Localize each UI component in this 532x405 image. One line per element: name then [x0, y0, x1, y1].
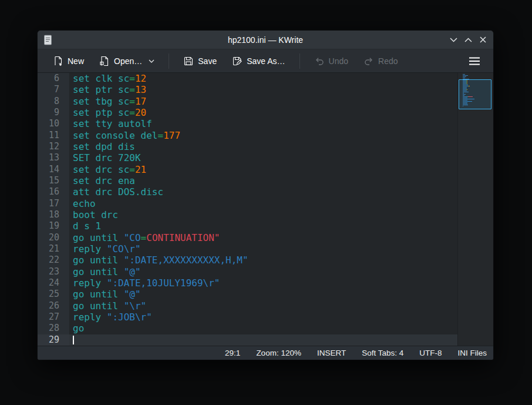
line-number: 11 — [38, 130, 69, 141]
editor-line-18[interactable]: 18boot drc — [38, 209, 457, 220]
line-text: set ptr sc=13 — [69, 84, 457, 95]
redo-button[interactable]: Redo — [359, 53, 402, 69]
editor-line-24[interactable]: 24reply ":DATE,10JULY1969\r" — [38, 277, 457, 289]
save-as-button-label: Save As… — [247, 56, 285, 66]
line-number: 24 — [38, 277, 69, 289]
save-button[interactable]: Save — [179, 53, 221, 69]
close-icon — [480, 36, 486, 43]
line-text: go until "\r" — [69, 300, 457, 312]
minimap-view-rectangle[interactable] — [459, 79, 491, 109]
editor-line-8[interactable]: 8set tbg sc=17 — [38, 96, 457, 107]
line-number: 22 — [38, 255, 69, 266]
open-button[interactable]: Open… — [95, 53, 159, 69]
editor-line-6[interactable]: 6set clk sc=12 — [38, 73, 457, 84]
undo-button-label: Undo — [329, 56, 348, 66]
editor-line-26[interactable]: 26go until "\r" — [38, 300, 457, 312]
editor-lines[interactable]: 6set clk sc=127set ptr sc=138set tbg sc=… — [38, 73, 457, 346]
save-icon — [183, 56, 194, 66]
window-title: hp2100.ini — KWrite — [38, 35, 493, 45]
statusbar-zoom-level[interactable]: Zoom: 120% — [256, 349, 301, 357]
line-text: go until ":DATE,XXXXXXXXXX,H,M" — [69, 255, 457, 266]
hamburger-menu-icon — [469, 57, 480, 65]
kwrite-app-icon — [43, 34, 53, 46]
line-text: set drc ena — [69, 175, 457, 186]
line-text: go until "@" — [69, 289, 457, 300]
line-number: 26 — [38, 300, 69, 312]
editor-line-7[interactable]: 7set ptr sc=13 — [38, 84, 457, 95]
line-number: 13 — [38, 152, 69, 163]
editor-line-15[interactable]: 15set drc ena — [38, 175, 457, 186]
line-text: go until "CO=CONTINUATION" — [69, 232, 457, 243]
editor-line-10[interactable]: 10set tty autolf — [38, 118, 457, 129]
toolbar: New Open… Save — [38, 49, 493, 73]
save-button-label: Save — [198, 56, 217, 66]
editor-line-27[interactable]: 27reply ":JOB\r" — [38, 312, 457, 323]
editor-line-25[interactable]: 25go until "@" — [38, 289, 457, 300]
line-number: 23 — [38, 266, 69, 277]
undo-button[interactable]: Undo — [309, 53, 353, 69]
line-text: set ptp sc=20 — [69, 107, 457, 118]
toolbar-separator — [169, 53, 169, 69]
editor-line-29[interactable]: 29 — [38, 334, 457, 346]
line-text: go — [69, 323, 457, 334]
statusbar-insert-mode[interactable]: INSERT — [317, 349, 346, 357]
line-number: 19 — [38, 220, 69, 232]
titlebar[interactable]: hp2100.ini — KWrite — [38, 31, 493, 49]
line-number: 7 — [38, 84, 69, 95]
line-text: set clk sc=12 — [69, 73, 457, 84]
statusbar-highlight-mode[interactable]: INI Files — [457, 349, 487, 357]
editor-line-14[interactable]: 14set drc sc=21 — [38, 164, 457, 175]
maximize-button[interactable] — [463, 35, 473, 45]
line-number: 17 — [38, 198, 69, 209]
line-number: 12 — [38, 141, 69, 152]
editor-line-11[interactable]: 11set console del=177 — [38, 130, 457, 141]
editor-line-20[interactable]: 20go until "CO=CONTINUATION" — [38, 232, 457, 243]
editor-line-9[interactable]: 9set ptp sc=20 — [38, 107, 457, 118]
chevron-up-icon — [464, 38, 472, 42]
undo-icon — [314, 56, 325, 66]
close-button[interactable] — [478, 35, 487, 45]
open-document-icon — [99, 56, 110, 66]
line-text: go until "@" — [69, 266, 457, 277]
line-text — [69, 334, 457, 346]
chevron-down-icon — [149, 59, 154, 63]
editor-line-19[interactable]: 19d s 1 — [38, 220, 457, 232]
line-number: 6 — [38, 73, 69, 84]
editor-line-28[interactable]: 28go — [38, 323, 457, 334]
editor-line-16[interactable]: 16att drc DOS.disc — [38, 186, 457, 198]
menu-button[interactable] — [464, 54, 485, 68]
new-button[interactable]: New — [48, 53, 89, 69]
statusbar-encoding[interactable]: UTF-8 — [419, 349, 442, 357]
line-number: 14 — [38, 164, 69, 175]
editor-line-22[interactable]: 22go until ":DATE,XXXXXXXXXX,H,M" — [38, 255, 457, 266]
new-document-icon — [53, 56, 63, 66]
line-number: 29 — [38, 334, 69, 346]
line-text: echo — [69, 198, 457, 209]
minimap-scrollbar[interactable] — [457, 73, 493, 346]
line-text: reply ":JOB\r" — [69, 312, 457, 323]
line-text: boot drc — [69, 209, 457, 220]
save-as-button[interactable]: Save As… — [227, 53, 289, 69]
text-editor[interactable]: 6set clk sc=127set ptr sc=138set tbg sc=… — [38, 73, 493, 346]
line-number: 28 — [38, 323, 69, 334]
open-dropdown-arrow[interactable] — [149, 59, 154, 63]
editor-line-21[interactable]: 21reply "CO\r" — [38, 243, 457, 255]
save-as-icon — [232, 56, 243, 66]
editor-line-13[interactable]: 13SET drc 720K — [38, 152, 457, 163]
kwrite-window: hp2100.ini — KWrite New — [38, 31, 493, 360]
editor-line-23[interactable]: 23go until "@" — [38, 266, 457, 277]
line-number: 10 — [38, 118, 69, 129]
editor-line-12[interactable]: 12set dpd dis — [38, 141, 457, 152]
new-button-label: New — [68, 56, 84, 66]
line-text: att drc DOS.disc — [69, 186, 457, 198]
line-number: 20 — [38, 232, 69, 243]
line-number: 9 — [38, 107, 69, 118]
statusbar-tab-settings[interactable]: Soft Tabs: 4 — [362, 349, 403, 357]
chevron-down-icon — [450, 38, 457, 42]
line-text: set dpd dis — [69, 141, 457, 152]
line-number: 8 — [38, 96, 69, 107]
editor-line-17[interactable]: 17echo — [38, 198, 457, 209]
line-number: 21 — [38, 243, 69, 255]
minimize-button[interactable] — [449, 35, 458, 45]
statusbar-cursor-position[interactable]: 29:1 — [225, 349, 240, 357]
